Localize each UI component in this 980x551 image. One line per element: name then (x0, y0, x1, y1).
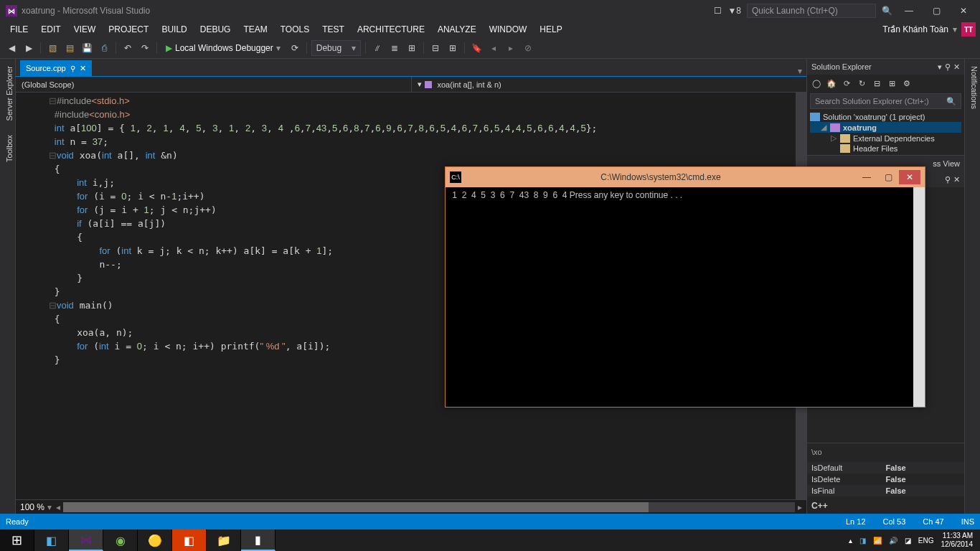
solution-config-dropdown[interactable]: Debug ▾ (311, 40, 361, 56)
user-avatar-badge[interactable]: TT (961, 22, 976, 37)
toolbar-btn-5[interactable]: ⊞ (446, 41, 460, 55)
panel-close-icon[interactable]: ✕ (953, 62, 960, 72)
toolbar-btn-4[interactable]: ⊟ (428, 41, 443, 55)
zoom-level[interactable]: 100 % (20, 502, 44, 512)
open-file-button[interactable]: ▤ (62, 41, 77, 55)
tray-clock[interactable]: 11:33 AM 12/6/2014 (941, 532, 974, 549)
toolbar-btn-6[interactable]: ◂ (486, 41, 501, 55)
menu-debug[interactable]: DEBUG (194, 23, 237, 36)
toolbar-btn-7[interactable]: ▸ (504, 41, 518, 55)
cv-pin-icon[interactable]: ⚲ (945, 175, 951, 184)
prop-row-isdefault[interactable]: IsDefaultFalse (807, 462, 964, 474)
tree-external-deps[interactable]: ▷External Dependencies (810, 133, 961, 143)
cmd-close-button[interactable]: ✕ (899, 170, 920, 184)
menu-help[interactable]: HELP (534, 23, 567, 36)
toolbar-btn-1[interactable]: ⫽ (370, 41, 385, 55)
refresh-button[interactable]: ⟳ (288, 41, 302, 55)
close-button[interactable]: ✕ (953, 4, 974, 18)
minimize-button[interactable]: — (898, 4, 920, 18)
menu-test[interactable]: TEST (316, 23, 350, 36)
cmd-window[interactable]: C:\ C:\Windows\system32\cmd.exe — ▢ ✕ 1 … (445, 166, 925, 408)
task-app-3[interactable]: ◉ (103, 529, 138, 551)
task-visual-studio[interactable]: ⋈ (69, 529, 103, 551)
se-back-icon[interactable]: ◯ (810, 77, 823, 90)
hscroll-right-icon[interactable]: ▸ (798, 502, 802, 512)
se-sync-icon[interactable]: ⟳ (840, 77, 853, 90)
nav-forward-button[interactable]: ▶ (22, 41, 36, 55)
cmd-body[interactable]: 1 2 4 5 3 6 7 43 8 9 6 4 Press any key t… (446, 187, 925, 407)
tray-lang[interactable]: ENG (918, 537, 934, 545)
tray-expand-icon[interactable]: ▴ (849, 537, 852, 545)
quick-launch-input[interactable]: Quick Launch (Ctrl+Q) (747, 4, 876, 18)
server-explorer-tab[interactable]: Server Explorer (0, 63, 15, 123)
member-dropdown[interactable]: ▾ xoa(int a[], int & n) (412, 80, 807, 89)
toolbar-btn-8[interactable]: ⊘ (521, 41, 535, 55)
toolbar-btn-2[interactable]: ≣ (387, 41, 402, 55)
tray-icon-1[interactable]: ◨ (859, 537, 866, 545)
cmd-titlebar[interactable]: C:\ C:\Windows\system32\cmd.exe — ▢ ✕ (446, 167, 925, 187)
solution-explorer-search[interactable]: Search Solution Explorer (Ctrl+;) 🔍 (810, 93, 961, 109)
maximize-button[interactable]: ▢ (925, 4, 947, 18)
save-all-button[interactable]: ⎙ (97, 41, 111, 55)
flag-icon[interactable]: ▼8 (727, 6, 741, 16)
editor-context-bar: (Global Scope) ▾ xoa(int a[], int & n) (16, 77, 806, 93)
notifications-tab[interactable]: Notifications (965, 63, 980, 112)
menu-analyze[interactable]: ANALYZE (432, 23, 482, 36)
method-icon (425, 81, 432, 88)
cmd-maximize-button[interactable]: ▢ (877, 170, 899, 184)
tray-volume-icon[interactable]: 🔊 (889, 537, 897, 545)
hscroll-left-icon[interactable]: ◂ (56, 502, 60, 512)
undo-button[interactable]: ↶ (121, 41, 135, 55)
prop-row-isdelete[interactable]: IsDeleteFalse (807, 474, 964, 485)
menu-file[interactable]: FILE (4, 23, 34, 36)
menu-architecture[interactable]: ARCHITECTURE (352, 23, 430, 36)
save-button[interactable]: 💾 (80, 41, 94, 55)
tab-dropdown-icon[interactable]: ▾ (793, 66, 806, 76)
bookmark-icon[interactable]: 🔖 (469, 41, 484, 55)
username-label[interactable]: Trần Khánh Toàn (882, 24, 948, 34)
prop-row-isfinal[interactable]: IsFinalFalse (807, 485, 964, 496)
cmd-scrollbar[interactable] (913, 187, 925, 407)
task-office[interactable]: ◧ (172, 529, 207, 551)
menu-window[interactable]: WINDOW (484, 23, 533, 36)
task-chrome[interactable]: 🟡 (138, 529, 172, 551)
tree-header-files[interactable]: Header Files (810, 143, 961, 154)
tab-close-icon[interactable]: ✕ (80, 64, 86, 73)
menu-build[interactable]: BUILD (156, 23, 192, 36)
tray-network-icon[interactable]: 📶 (873, 537, 882, 545)
panel-menu-icon[interactable]: ▾ (938, 62, 942, 72)
start-debugging-button[interactable]: ▶ Local Windows Debugger ▾ (161, 40, 285, 56)
menu-edit[interactable]: EDIT (35, 23, 66, 36)
menu-team[interactable]: TEAM (237, 23, 273, 36)
pin-icon[interactable]: ⚲ (70, 65, 75, 72)
tree-solution[interactable]: Solution 'xoatrung' (1 project) (810, 112, 961, 122)
search-icon[interactable]: 🔍 (882, 6, 892, 16)
new-project-button[interactable]: ▧ (45, 41, 60, 55)
tray-icon-2[interactable]: ◪ (905, 537, 911, 545)
cmd-minimize-button[interactable]: — (856, 170, 877, 184)
se-collapse-icon[interactable]: ⊟ (870, 77, 883, 90)
toolbox-tab[interactable]: Toolbox (0, 132, 15, 165)
menu-view[interactable]: VIEW (68, 23, 102, 36)
menu-tools[interactable]: TOOLS (275, 23, 315, 36)
se-properties-icon[interactable]: ⚙ (900, 77, 913, 90)
panel-pin-icon[interactable]: ⚲ (945, 62, 951, 72)
nav-back-button[interactable]: ◀ (4, 41, 19, 55)
redo-button[interactable]: ↷ (138, 41, 152, 55)
task-app-1[interactable]: ◧ (34, 529, 69, 551)
feedback-icon[interactable]: ☐ (714, 6, 722, 16)
task-cmd[interactable]: ▮ (241, 529, 275, 551)
toolbar-btn-3[interactable]: ⊞ (405, 41, 419, 55)
se-showall-icon[interactable]: ⊞ (885, 77, 898, 90)
left-tool-rail: Server Explorer Toolbox (0, 59, 16, 514)
tree-project[interactable]: ◢xoatrung (810, 122, 961, 133)
se-refresh-icon[interactable]: ↻ (855, 77, 868, 90)
start-button[interactable]: ⊞ (0, 529, 34, 551)
horizontal-scrollbar[interactable] (63, 502, 795, 512)
scope-dropdown[interactable]: (Global Scope) (16, 80, 411, 89)
editor-tab-source[interactable]: Source.cpp ⚲ ✕ (20, 60, 92, 76)
cv-close-icon[interactable]: ✕ (953, 175, 960, 184)
task-explorer[interactable]: 📁 (207, 529, 241, 551)
menu-project[interactable]: PROJECT (103, 23, 154, 36)
se-home-icon[interactable]: 🏠 (825, 77, 838, 90)
